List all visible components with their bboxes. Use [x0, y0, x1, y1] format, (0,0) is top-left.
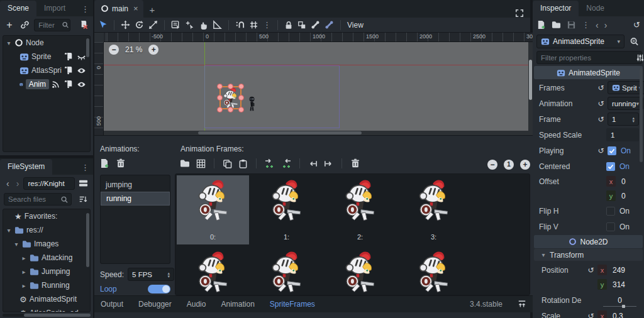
- open-docs-icon[interactable]: [628, 35, 640, 48]
- expand-arrow-icon[interactable]: ▸: [21, 282, 27, 289]
- filesystem-scrollbar[interactable]: [86, 213, 89, 267]
- zoom-in-button[interactable]: +: [148, 45, 158, 55]
- history-forward-icon[interactable]: ›: [604, 20, 608, 30]
- bottom-tab-animation[interactable]: Animation: [221, 300, 254, 309]
- tab-filesystem[interactable]: FileSystem: [0, 159, 52, 175]
- move-tool-icon[interactable]: [121, 20, 130, 30]
- current-path-field[interactable]: [23, 177, 75, 190]
- instance-scene-button[interactable]: [19, 19, 30, 31]
- centered-checkbox[interactable]: [606, 162, 615, 171]
- collapse-arrow-icon[interactable]: ▾: [6, 227, 12, 234]
- new-animation-icon[interactable]: [99, 158, 109, 168]
- select-tool-icon[interactable]: [98, 20, 108, 30]
- revert-icon[interactable]: ↺: [596, 115, 606, 124]
- toggle-split-mode-button[interactable]: [77, 177, 89, 190]
- tab-node[interactable]: Node: [579, 1, 612, 16]
- speed-scale-field[interactable]: 1: [606, 128, 639, 141]
- fs-favorites[interactable]: ★ Favorites:: [3, 209, 90, 223]
- offset-x-field[interactable]: 0: [621, 177, 626, 186]
- detach-script-button[interactable]: [78, 19, 89, 31]
- bottom-tab-debugger[interactable]: Debugger: [138, 300, 172, 309]
- distraction-free-icon[interactable]: [515, 4, 530, 18]
- add-from-spritesheet-icon[interactable]: [196, 159, 206, 168]
- viewport-vscroll-thumb[interactable]: [529, 60, 532, 100]
- sort-files-button[interactable]: [77, 193, 89, 206]
- fs-jumping[interactable]: ▸ Jumping: [3, 265, 90, 278]
- frame-4[interactable]: [177, 247, 249, 295]
- scale-x-field[interactable]: 0.3: [613, 312, 623, 318]
- section-transform[interactable]: ▾ Transform: [534, 249, 643, 261]
- category-animatedsprite[interactable]: AnimatedSprite: [534, 66, 643, 79]
- flip-h-checkbox[interactable]: [606, 207, 615, 216]
- tab-inspector[interactable]: Inspector: [533, 1, 579, 16]
- animation-item-jumping[interactable]: jumping: [101, 178, 170, 192]
- zoom-level[interactable]: 21 %: [125, 45, 142, 54]
- spin-down-icon[interactable]: ▾: [632, 119, 635, 123]
- ninja-sprite[interactable]: [248, 96, 256, 114]
- fs-running[interactable]: ▸ Running: [3, 278, 90, 292]
- frame-3[interactable]: 3:: [397, 175, 470, 244]
- visibility-icon[interactable]: [77, 66, 86, 75]
- new-scene-tab-button[interactable]: +: [143, 2, 162, 18]
- add-node-button[interactable]: +: [4, 19, 15, 31]
- expand-arrow-icon[interactable]: ▸: [21, 255, 27, 261]
- delete-animation-icon[interactable]: [116, 158, 126, 168]
- selection-handle[interactable]: [238, 107, 244, 112]
- tree-node-sprite[interactable]: Sprite: [3, 50, 90, 63]
- scene-tree-scrollbar[interactable]: [86, 38, 89, 57]
- tree-node-atlassprite[interactable]: AtlasSpri: [3, 63, 90, 77]
- scene-dock-menu-icon[interactable]: ⋮: [81, 4, 93, 16]
- revert-icon[interactable]: ↺: [586, 266, 596, 275]
- resource-options-icon[interactable]: ⋮: [582, 20, 590, 30]
- frames-zoom-in-button[interactable]: +: [520, 160, 530, 170]
- filesystem-menu-icon[interactable]: ⋮: [81, 163, 93, 175]
- fs-animatedsprite-resource[interactable]: ⚙ AnimatedSprit: [3, 292, 90, 306]
- nav-forward-button[interactable]: ›: [14, 177, 22, 190]
- category-node2d[interactable]: Node2D: [534, 235, 643, 248]
- ruler-tool-icon[interactable]: [213, 20, 222, 30]
- script-icon[interactable]: [64, 66, 73, 75]
- frames-zoom-out-button[interactable]: −: [487, 160, 497, 170]
- fs-attacking[interactable]: ▸ Attacking: [3, 251, 90, 265]
- history-back-icon[interactable]: ‹: [596, 20, 599, 30]
- selection-handle[interactable]: [217, 84, 223, 89]
- filter-properties-input[interactable]: [536, 51, 642, 64]
- frame-1[interactable]: 1:: [250, 175, 323, 244]
- tab-main-scene[interactable]: main ×: [94, 0, 143, 18]
- visibility-icon[interactable]: [77, 80, 86, 89]
- edited-node-selector[interactable]: AnimatedSprite ▾: [536, 35, 625, 48]
- fs-images[interactable]: ▾ Images: [3, 237, 90, 251]
- property-tools-icon[interactable]: [636, 52, 644, 64]
- viewport-vscroll-track[interactable]: [528, 42, 533, 135]
- revert-icon[interactable]: ↺: [596, 99, 606, 108]
- canvas[interactable]: − 21 % +: [104, 42, 533, 135]
- group-object-icon[interactable]: [297, 21, 306, 30]
- offset-y-field[interactable]: 0: [621, 192, 626, 200]
- move-frame-right-icon[interactable]: [324, 159, 333, 168]
- save-resource-icon[interactable]: [567, 20, 576, 30]
- script-icon[interactable]: [64, 52, 73, 61]
- smart-snap-icon[interactable]: [235, 20, 245, 30]
- tab-scene[interactable]: Scene: [0, 1, 36, 16]
- scale-tool-icon[interactable]: [148, 20, 158, 30]
- frame-6[interactable]: [324, 247, 396, 295]
- filesystem-hscroll-track[interactable]: [3, 314, 91, 317]
- load-resource-icon[interactable]: [552, 20, 561, 30]
- selection-handle[interactable]: [238, 95, 244, 101]
- list-select-tool-icon[interactable]: [171, 20, 180, 30]
- rotation-slider[interactable]: 0: [601, 296, 639, 305]
- flip-v-checkbox[interactable]: [606, 222, 615, 231]
- grid-snap-icon[interactable]: [249, 20, 258, 30]
- collapse-arrow-icon[interactable]: ▾: [13, 241, 19, 248]
- playing-checkbox[interactable]: [608, 146, 616, 155]
- frame-0[interactable]: 0:: [177, 175, 249, 244]
- tab-import[interactable]: Import: [36, 1, 73, 16]
- view-menu-button[interactable]: View: [347, 21, 364, 30]
- close-tab-icon[interactable]: ×: [133, 4, 138, 13]
- insert-before-icon[interactable]: [265, 158, 275, 168]
- frame-7[interactable]: [397, 247, 470, 295]
- frame-spinbox[interactable]: 1 ▴ ▾: [608, 112, 639, 126]
- paste-frame-icon[interactable]: [238, 159, 248, 168]
- bone-icon[interactable]: [311, 20, 320, 30]
- frame-5[interactable]: [250, 247, 323, 295]
